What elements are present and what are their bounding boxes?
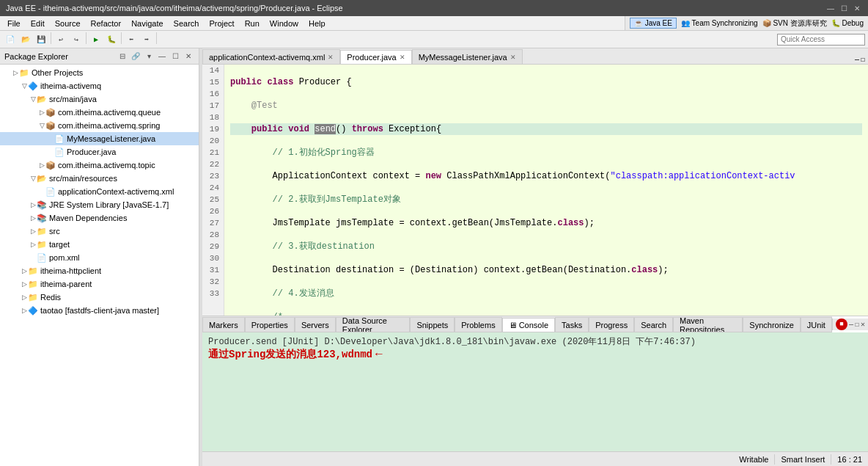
window-controls[interactable]: — ☐ ✕ [825, 3, 862, 13]
xml-file-icon: 📄 [45, 187, 56, 197]
editor-maximize[interactable]: ☐ [861, 55, 865, 64]
toolbar-new[interactable]: 📄 [3, 32, 18, 47]
tab-servers[interactable]: Servers [295, 317, 336, 332]
tree-src-resources[interactable]: ▽ 📂 src/main/resources [0, 172, 199, 185]
tab-search[interactable]: Search [634, 317, 673, 332]
tree-jre[interactable]: ▷ 📚 JRE System Library [JavaSE-1.7] [0, 198, 199, 211]
package-icon3: 📦 [45, 161, 56, 170]
quick-access-input[interactable] [777, 34, 865, 45]
menu-window[interactable]: Window [265, 17, 303, 30]
toolbar-debug[interactable]: 🐛 [104, 32, 119, 47]
title-text: Java EE - itheima-activemq/src/main/java… [6, 4, 343, 12]
pe-maximize[interactable]: ☐ [169, 51, 181, 62]
tab-junit[interactable]: JUnit [801, 317, 832, 332]
persp-javaee[interactable]: ☕ Java EE [630, 18, 677, 29]
editor-minimize[interactable]: — [855, 56, 859, 64]
menu-project[interactable]: Project [205, 17, 238, 30]
console-icon: 🖥 [509, 321, 517, 330]
maximize-button[interactable]: ☐ [839, 3, 849, 13]
menu-search[interactable]: Search [169, 17, 204, 30]
package-icon: 📦 [45, 108, 56, 117]
tree-target[interactable]: ▷ 📁 target [0, 238, 199, 251]
minimize-button[interactable]: — [825, 3, 836, 13]
pe-menu[interactable]: ▾ [143, 51, 155, 62]
menu-navigate[interactable]: Navigate [127, 17, 167, 30]
bottom-panel: Markers Properties Servers Data Source E… [202, 316, 868, 451]
tab-label-appctx: applicationContext-activemq.xml [209, 53, 325, 62]
tab-close-appctx[interactable]: ✕ [328, 54, 334, 61]
package-explorer-tree: ▷ 📁 Other Projects ▽ 🔷 itheima-activemq … [0, 65, 199, 466]
toolbar-save[interactable]: 💾 [34, 32, 48, 47]
tab-snippets[interactable]: Snippets [410, 317, 455, 332]
tab-maven-repos[interactable]: Maven Repositories [673, 317, 743, 332]
toolbar-redo[interactable]: ↪ [69, 32, 84, 47]
bottom-minimize[interactable]: — [849, 321, 853, 329]
parent-icon: 📁 [28, 280, 38, 289]
pe-link-editor[interactable]: 🔗 [130, 51, 141, 62]
tab-problems[interactable]: Problems [455, 317, 501, 332]
tree-appctx[interactable]: 📄 applicationContext-activemq.xml [0, 185, 199, 198]
toolbar-run[interactable]: ▶ [89, 32, 103, 47]
menu-refactor[interactable]: Refactor [87, 17, 126, 30]
tree-maven-deps[interactable]: ▷ 📚 Maven Dependencies [0, 211, 199, 225]
tree-producer[interactable]: 📄 Producer.java [0, 145, 199, 159]
main-area: Package Explorer ⊟ 🔗 ▾ — ☐ ✕ ▷ 📁 Other P… [0, 48, 868, 466]
menu-edit[interactable]: Edit [26, 17, 49, 30]
tree-pom[interactable]: 📄 pom.xml [0, 251, 199, 264]
tree-src-main-java[interactable]: ▽ 📂 src/main/java [0, 92, 199, 106]
tab-markers[interactable]: Markers [202, 317, 245, 332]
tab-producer[interactable]: Producer.java ✕ [340, 50, 411, 65]
pe-collapse-all[interactable]: ⊟ [117, 51, 128, 62]
tree-mymessagelistener[interactable]: 📄 MyMessageListener.java [0, 132, 199, 145]
toolbar-back[interactable]: ⬅ [124, 32, 139, 47]
target-icon: 📁 [37, 240, 47, 250]
close-button[interactable]: ✕ [852, 3, 862, 13]
tab-datasource[interactable]: Data Source Explorer [336, 317, 411, 332]
persp-debug[interactable]: 🐛 Debug [831, 19, 864, 27]
tab-tasks[interactable]: Tasks [555, 317, 589, 332]
menu-run[interactable]: Run [240, 17, 264, 30]
stop-button[interactable]: ■ [836, 318, 847, 330]
tab-close-producer[interactable]: ✕ [400, 54, 405, 61]
tree-label-parent: itheima-parent [40, 280, 92, 288]
tab-label-maven-repos: Maven Repositories [680, 316, 736, 332]
menu-file[interactable]: File [3, 17, 25, 30]
persp-svn[interactable]: 📦 SVN 资源库研究 [762, 18, 827, 29]
tree-parent[interactable]: ▷ 📁 itheima-parent [0, 277, 199, 291]
toolbar-open[interactable]: 📂 [18, 32, 33, 47]
code-editor[interactable]: 14 15 16 17 18 19 20 21 22 23 24 25 26 2… [202, 65, 868, 316]
bottom-close[interactable]: ✕ [861, 320, 865, 329]
tree-label-appctx: applicationContext-activemq.xml [58, 187, 174, 196]
tab-label-datasource: Data Source Explorer [342, 316, 404, 332]
tab-label-servers: Servers [301, 321, 329, 330]
persp-team-sync[interactable]: 👥 Team Synchronizing [681, 19, 758, 27]
tab-appctx[interactable]: applicationContext-activemq.xml ✕ [202, 49, 340, 64]
menu-source[interactable]: Source [51, 17, 85, 30]
tree-redis[interactable]: ▷ 📁 Redis [0, 291, 199, 304]
status-sep2 [831, 454, 831, 465]
tree-other-projects[interactable]: ▷ 📁 Other Projects [0, 66, 199, 79]
bottom-maximize[interactable]: ☐ [855, 320, 859, 329]
pe-close[interactable]: ✕ [183, 51, 194, 62]
code-text[interactable]: public class Producer { @Test public voi… [224, 65, 868, 316]
toolbar-forward[interactable]: ➡ [139, 32, 154, 47]
tree-itheima-activemq[interactable]: ▽ 🔷 itheima-activemq [0, 79, 199, 92]
tree-topic-pkg[interactable]: ▷ 📦 com.itheima.activemq.topic [0, 159, 199, 172]
tree-label-queue: com.itheima.activemq.queue [58, 108, 161, 117]
package-explorer-header: Package Explorer ⊟ 🔗 ▾ — ☐ ✕ [0, 48, 199, 65]
tab-console[interactable]: 🖥 Console [502, 318, 555, 332]
tree-httpclient[interactable]: ▷ 📁 itheima-httpclient [0, 264, 199, 277]
pe-minimize[interactable]: — [156, 51, 168, 62]
tab-close-listener[interactable]: ✕ [510, 54, 516, 61]
java-file-icon2: 📄 [54, 148, 65, 157]
tab-progress[interactable]: Progress [589, 317, 634, 332]
tree-spring-pkg[interactable]: ▽ 📦 com.itheima.activemq.spring [0, 119, 199, 132]
tab-synchronize[interactable]: Synchronize [743, 317, 801, 332]
tree-taotao[interactable]: ▷ 🔷 taotao [fastdfs-client-java master] [0, 304, 199, 317]
tab-listener[interactable]: MyMessageListener.java ✕ [412, 49, 523, 64]
toolbar-undo[interactable]: ↩ [54, 32, 68, 47]
tree-src[interactable]: ▷ 📁 src [0, 225, 199, 238]
menu-help[interactable]: Help [304, 17, 330, 30]
tab-properties[interactable]: Properties [245, 317, 295, 332]
tree-queue-pkg[interactable]: ▷ 📦 com.itheima.activemq.queue [0, 106, 199, 119]
